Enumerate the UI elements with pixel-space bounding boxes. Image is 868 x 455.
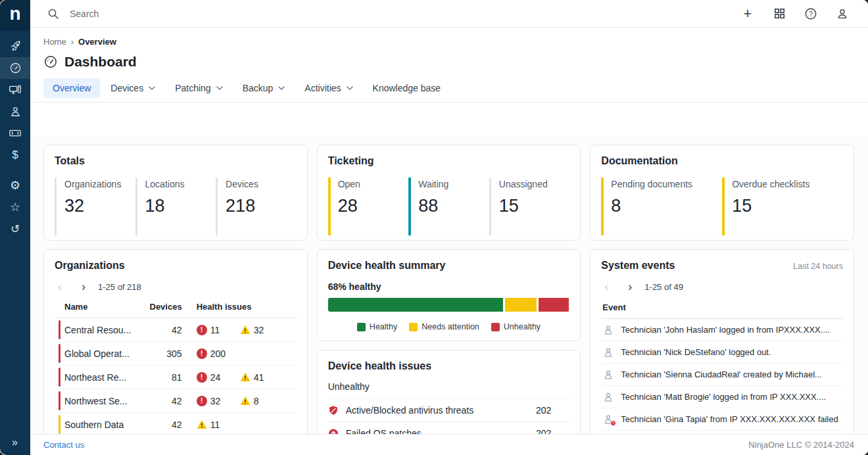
event-text: Technician 'Matt Brogie' logged in from … [621,392,843,402]
getting-started-icon [9,40,22,53]
ninjaone-logo[interactable]: n [0,0,30,30]
breadcrumb-current: Overview [78,37,116,47]
table-row[interactable]: Northwest Se...42!328 [55,389,297,413]
sidebar-item-dashboard[interactable] [0,57,30,79]
next-page-icon[interactable]: › [625,281,635,293]
sidebar-item-devices[interactable] [0,79,30,101]
count-text: 41 [254,372,264,383]
chevron-down-icon [347,86,353,90]
org-devices: 42 [145,396,182,406]
critical-icon: ! [197,325,207,335]
tab-backup[interactable]: Backup [233,78,295,98]
ticketing-stats: Open28Waiting88Unassigned15 [328,178,570,235]
list-item[interactable]: Active/Blocked antivirus threats202 [328,398,570,421]
next-page-icon[interactable]: › [78,281,89,293]
documentation-stats: Pending documents8Overdue checklists15 [601,178,843,235]
organizations-card: Organizations ‹ › 1-25 of 218 Name Devic… [43,249,308,455]
contact-us-link[interactable]: Contact us [43,440,84,450]
count-text: 11 [210,325,220,335]
org-name: Central Resou... [64,325,145,335]
table-row[interactable]: Global Operat...305!200 [55,342,297,366]
sidebar-expand-button[interactable]: » [0,435,30,450]
sidebar-item-end-users[interactable] [0,101,30,122]
bar-segment-unhealthy [539,298,569,312]
main-content: Home › Overview Dashboard OverviewDevice… [30,28,868,455]
sidebar-item-getting-started[interactable] [0,36,30,57]
sidebar-item-billing[interactable]: $ [0,144,30,166]
ticketing-icon [9,127,22,139]
search-input[interactable] [68,8,740,20]
critical-count: !200 [197,348,240,359]
totals-stats: Organizations32Locations18Devices218 [55,178,297,235]
add-icon[interactable]: + [740,7,755,21]
warning-count: 41 [240,372,283,383]
account-icon[interactable] [835,7,850,21]
list-item[interactable]: Technician 'John Haslam' logged in from … [601,319,843,341]
tab-overview[interactable]: Overview [43,78,100,98]
list-item[interactable]: Technician 'Matt Brogie' logged in from … [601,386,843,408]
list-item[interactable]: Technician 'Sienna CiudadReal' created b… [601,364,843,386]
sidebar-item-settings[interactable]: ⚙ [0,175,30,197]
tab-label: Overview [53,83,91,93]
topbar: + ? [30,0,868,28]
severity-bar [59,368,60,387]
column-devices: Devices [145,302,182,312]
pagination-label: 1-25 of 218 [98,282,141,292]
antivirus-shield-icon [328,405,339,416]
issue-value: 202 [536,405,569,416]
event-text: Technician 'Sienna CiudadReal' created b… [621,370,843,379]
user-icon [602,369,614,381]
stat-label: Open [338,179,409,189]
organizations-pagination: ‹ › 1-25 of 218 [55,281,297,293]
breadcrumb: Home › Overview [43,37,868,47]
app-window: n $⚙☆↺ » + ? [0,0,868,455]
legend-swatch [357,323,366,331]
stat-organizations: Organizations32 [55,178,135,235]
list-item[interactable]: !Technician 'Gina Tapia' from IP XXX.XXX… [601,408,843,431]
sidebar-item-ticketing[interactable] [0,122,30,144]
table-row[interactable]: Southern Data4211 [55,413,297,437]
severity-bar [59,415,60,434]
health-issues: 11 [197,419,297,430]
time-range-label: Last 24 hours [793,262,843,271]
breadcrumb-home[interactable]: Home [43,37,66,47]
table-row[interactable]: Central Resou...42!1132 [55,318,297,342]
prev-page-icon[interactable]: ‹ [55,281,65,293]
stat-value: 28 [338,196,409,216]
settings-icon: ⚙ [10,180,20,192]
global-search[interactable] [46,7,740,21]
totals-title: Totals [55,155,297,167]
apps-grid-icon[interactable] [772,7,786,21]
critical-count: !24 [197,372,240,383]
table-row[interactable]: Northeast Re...81!2441 [55,366,297,389]
system-events-card: System events Last 24 hours ‹ › 1-25 of … [590,249,854,454]
column-health-issues: Health issues [197,302,297,312]
stat-value: 32 [64,196,135,216]
dashboard-icon [9,62,22,74]
list-item[interactable]: Technician 'Nick DeStefano' logged out. [601,341,843,364]
legend-label: Healthy [370,322,397,331]
column-event: Event [601,293,843,319]
sidebar-item-history[interactable]: ↺ [0,218,30,240]
health-legend: HealthyNeeds attentionUnhealthy [328,322,570,331]
legend-item: Needs attention [409,322,479,331]
topbar-actions: + ? [740,7,850,21]
tab-knowledge-base[interactable]: Knowledge base [364,78,450,98]
tab-label: Patching [175,83,210,93]
tab-devices[interactable]: Devices [101,78,164,98]
breadcrumb-separator: › [71,37,74,47]
legend-item: Healthy [357,322,397,331]
tab-activities[interactable]: Activities [295,78,362,98]
count-text: 32 [210,396,221,406]
org-name: Global Operat... [64,348,145,359]
count-text: 24 [210,372,221,383]
tab-patching[interactable]: Patching [166,78,231,98]
prev-page-icon[interactable]: ‹ [601,281,612,293]
ticketing-title: Ticketing [328,155,570,167]
health-issues: !2441 [197,372,297,383]
stat-value: 15 [732,196,843,216]
organizations-table-header: Name Devices Health issues [55,293,297,318]
stat-devices: Devices218 [216,178,297,235]
help-icon[interactable]: ? [804,7,818,21]
sidebar-item-favorites[interactable]: ☆ [0,197,30,218]
